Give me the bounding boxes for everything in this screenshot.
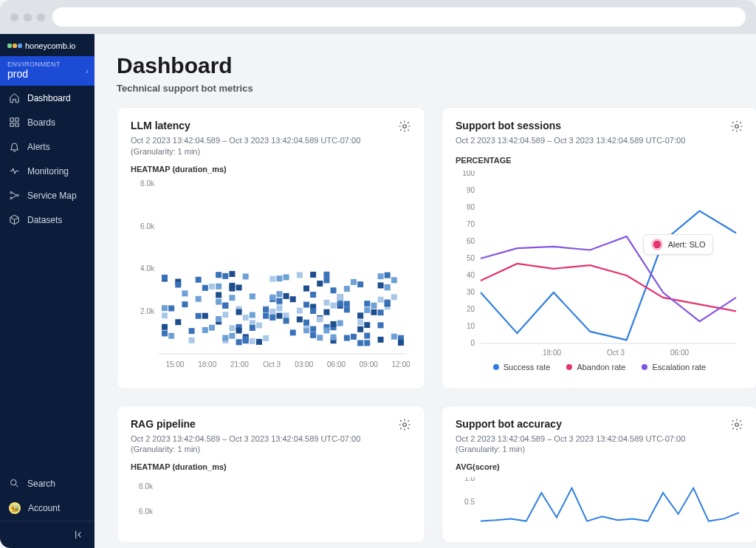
sidebar-item-dashboard[interactable]: Dashboard (0, 86, 94, 110)
card-title: Support bot accuracy (456, 418, 685, 430)
chart-legend: Success rate Abandon rate Escalation rat… (456, 363, 743, 371)
alert-badge[interactable]: Alert: SLO (643, 234, 714, 255)
svg-text:30: 30 (467, 288, 475, 296)
sidebar-item-label: Monitoring (27, 166, 69, 177)
svg-rect-155 (371, 302, 377, 308)
page-subtitle: Technical support bot metrics (117, 83, 734, 94)
card-range: Oct 2 2023 13:42:04.589 – Oct 3 2023 13:… (456, 433, 685, 445)
svg-rect-97 (284, 292, 289, 298)
svg-rect-51 (222, 273, 228, 278)
svg-rect-39 (196, 312, 202, 318)
metric-label: AVG(score) (456, 462, 743, 471)
svg-rect-142 (351, 333, 357, 339)
sidebar-footer: Search 🐝 Account (0, 471, 94, 548)
svg-rect-105 (303, 327, 309, 333)
environment-selector[interactable]: ENVIRONMENT prod › (0, 56, 94, 86)
sidebar-item-label: Account (28, 503, 60, 513)
svg-rect-93 (276, 275, 282, 281)
svg-rect-168 (385, 299, 391, 305)
gear-icon[interactable] (730, 418, 743, 431)
search-icon (9, 478, 20, 489)
app-logo[interactable]: honeycomb.io (0, 34, 94, 56)
environment-label: ENVIRONMENT (7, 61, 87, 68)
svg-rect-57 (229, 325, 235, 331)
svg-rect-77 (250, 324, 255, 330)
svg-rect-118 (317, 316, 323, 322)
logo-icon (7, 44, 22, 48)
close-dot[interactable] (10, 13, 18, 21)
svg-point-6 (17, 194, 19, 196)
svg-rect-27 (162, 274, 168, 280)
svg-rect-111 (310, 332, 316, 338)
svg-rect-61 (229, 285, 235, 291)
sidebar-item-service-map[interactable]: Service Map (0, 183, 94, 208)
card-range: Oct 2 2023 13:42:04.589 – Oct 3 2023 13:… (131, 433, 360, 445)
svg-rect-120 (323, 271, 329, 277)
svg-text:90: 90 (467, 186, 475, 194)
sidebar-item-monitoring[interactable]: Monitoring (0, 159, 94, 183)
svg-rect-103 (297, 307, 303, 313)
svg-rect-114 (310, 271, 316, 277)
svg-rect-113 (310, 307, 316, 313)
svg-point-193 (735, 422, 739, 426)
card-llm-latency: LLM latency Oct 2 2023 13:42:04.589 – Oc… (117, 107, 425, 389)
card-range: Oct 2 2023 13:42:04.589 – Oct 3 2023 13:… (131, 134, 360, 147)
svg-text:18:00: 18:00 (543, 349, 561, 355)
sidebar-item-boards[interactable]: Boards (0, 110, 94, 134)
svg-rect-89 (269, 294, 275, 300)
gear-icon[interactable] (398, 120, 411, 133)
svg-rect-46 (216, 298, 221, 304)
svg-rect-35 (189, 328, 195, 334)
svg-rect-37 (196, 295, 202, 301)
svg-rect-54 (222, 312, 228, 318)
svg-rect-104 (297, 316, 303, 322)
svg-rect-160 (378, 322, 384, 328)
card-granularity: (Granularity: 1 min) (456, 445, 685, 453)
svg-rect-26 (162, 323, 168, 329)
svg-text:12:00: 12:00 (391, 360, 410, 369)
sidebar-item-alerts[interactable]: Alerts (0, 134, 94, 159)
heatmap-chart[interactable]: 6.0k8.0k (131, 477, 411, 524)
svg-rect-139 (344, 285, 350, 291)
svg-rect-115 (310, 292, 316, 298)
svg-rect-119 (317, 335, 323, 340)
svg-rect-28 (168, 305, 174, 311)
svg-rect-126 (331, 287, 337, 293)
svg-rect-145 (357, 312, 363, 318)
environment-name: prod (7, 68, 87, 80)
svg-rect-102 (297, 272, 303, 278)
svg-rect-36 (189, 337, 195, 343)
sidebar-item-datasets[interactable]: Datasets (0, 208, 94, 232)
minimize-dot[interactable] (24, 13, 32, 21)
svg-rect-162 (378, 282, 384, 288)
svg-rect-34 (182, 290, 188, 296)
line-chart[interactable]: 0.51.0 (456, 477, 743, 532)
svg-rect-136 (337, 301, 343, 306)
svg-rect-64 (236, 284, 242, 290)
svg-text:0: 0 (470, 339, 475, 347)
sidebar-item-search[interactable]: Search (0, 471, 94, 496)
svg-text:06:00: 06:00 (327, 360, 346, 369)
url-bar[interactable] (52, 7, 746, 27)
svg-rect-70 (243, 273, 249, 279)
svg-rect-137 (337, 320, 343, 326)
svg-rect-45 (216, 283, 221, 289)
heatmap-chart[interactable]: 2.0k4.0k6.0k8.0k15:0018:0021:00Oct 303:0… (131, 179, 411, 378)
sidebar-item-account[interactable]: 🐝 Account (0, 496, 94, 521)
svg-rect-65 (236, 309, 242, 315)
legend-item-escalation: Escalation rate (642, 363, 706, 371)
line-chart[interactable]: 010203040506070809010018:00Oct 306:00 (456, 171, 743, 358)
svg-text:60: 60 (467, 237, 475, 245)
zoom-dot[interactable] (37, 13, 45, 21)
collapse-sidebar-button[interactable] (0, 521, 94, 548)
card-title: RAG pipeline (131, 418, 360, 430)
gear-icon[interactable] (398, 418, 411, 431)
sidebar-item-label: Datasets (27, 215, 62, 225)
svg-rect-80 (256, 322, 262, 328)
sidebar-item-label: Service Map (27, 191, 77, 201)
svg-rect-74 (250, 312, 255, 318)
svg-text:2.0k: 2.0k (140, 306, 155, 315)
gear-icon[interactable] (730, 120, 743, 133)
svg-rect-3 (16, 123, 18, 126)
boards-icon (9, 117, 20, 128)
